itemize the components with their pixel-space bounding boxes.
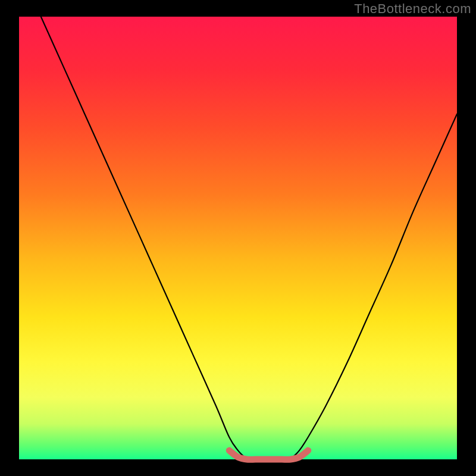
watermark-text: TheBottleneck.com — [354, 1, 471, 17]
gradient-background — [19, 17, 457, 459]
plot-area — [19, 17, 457, 459]
bottleneck-chart — [0, 0, 476, 476]
chart-frame: TheBottleneck.com — [0, 0, 476, 476]
